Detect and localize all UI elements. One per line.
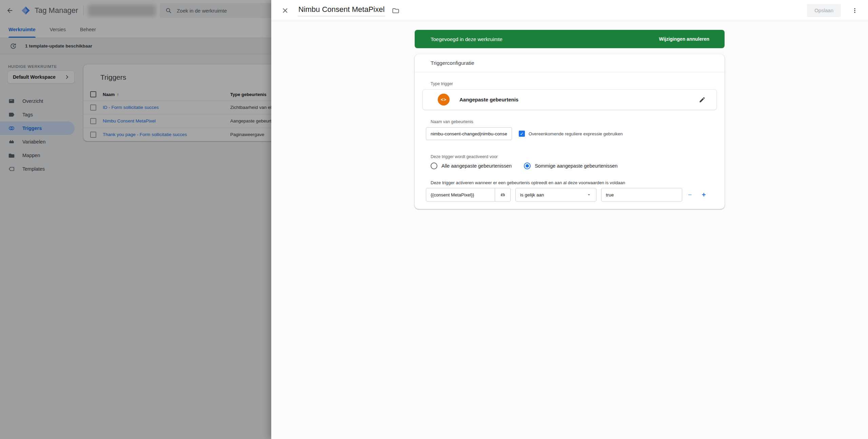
event-name-input[interactable] xyxy=(426,127,512,140)
remove-condition-button[interactable]: − xyxy=(685,190,695,200)
condition-variable-group xyxy=(426,188,511,202)
trigger-type-row: <> Aangepaste gebeurtenis xyxy=(422,89,717,110)
panel-header: Nimbu Consent MetaPixel Opslaan xyxy=(271,0,868,21)
trigger-type-value: Aangepaste gebeurtenis xyxy=(459,97,518,102)
trigger-config-card: Triggerconfiguratie Type trigger <> Aang… xyxy=(415,54,725,209)
conditions-label: Deze trigger activeren wanneer er een ge… xyxy=(431,180,709,185)
fires-on-label: Deze trigger wordt geactiveerd voor xyxy=(431,154,709,159)
custom-event-icon: <> xyxy=(438,94,450,106)
radio-all-label: Alle aangepaste gebeurtenissen xyxy=(441,163,512,169)
overflow-menu-button[interactable] xyxy=(850,5,860,16)
save-button[interactable]: Opslaan xyxy=(807,4,841,17)
added-to-workspace-banner: Toegevoegd in deze werkruimte Wijziginge… xyxy=(415,30,725,48)
type-trigger-label: Type trigger xyxy=(431,81,709,86)
regex-checkbox-label: Overeenkomende reguliere expressie gebru… xyxy=(529,131,623,136)
dropdown-caret-icon xyxy=(586,192,592,197)
operator-value: is gelijk aan xyxy=(520,192,544,197)
condition-value-input[interactable] xyxy=(601,188,682,202)
close-icon xyxy=(281,7,289,14)
condition-row: is gelijk aan − + xyxy=(431,188,709,202)
edit-trigger-type-button[interactable] xyxy=(697,94,708,105)
event-name-label: Naam van gebeurtenis xyxy=(431,119,709,124)
config-card-title: Triggerconfiguratie xyxy=(415,54,725,72)
radio-some-label: Sommige aangepaste gebeurtenissen xyxy=(535,163,617,169)
trigger-detail-panel: Nimbu Consent MetaPixel Opslaan Toegevoe… xyxy=(271,0,868,439)
regex-checkbox[interactable]: ✓ xyxy=(519,131,525,137)
radio-all-custom-events[interactable] xyxy=(431,163,437,169)
move-to-folder-button[interactable] xyxy=(391,5,401,16)
trigger-name-field[interactable]: Nimbu Consent MetaPixel xyxy=(298,4,385,16)
kebab-menu-icon xyxy=(851,7,858,14)
close-button[interactable] xyxy=(280,5,290,16)
condition-operator-select[interactable]: is gelijk aan xyxy=(515,188,596,202)
variable-picker-button[interactable] xyxy=(495,188,510,201)
edit-pencil-icon xyxy=(699,96,706,103)
add-condition-button[interactable]: + xyxy=(699,190,709,200)
banner-text: Toegevoegd in deze werkruimte xyxy=(431,36,502,42)
condition-variable-input[interactable] xyxy=(426,188,495,201)
radio-some-custom-events[interactable] xyxy=(524,163,531,169)
cancel-changes-button[interactable]: Wijzigingen annuleren xyxy=(659,36,709,42)
variable-brick-icon xyxy=(499,191,507,198)
folder-outline-icon xyxy=(392,7,399,14)
